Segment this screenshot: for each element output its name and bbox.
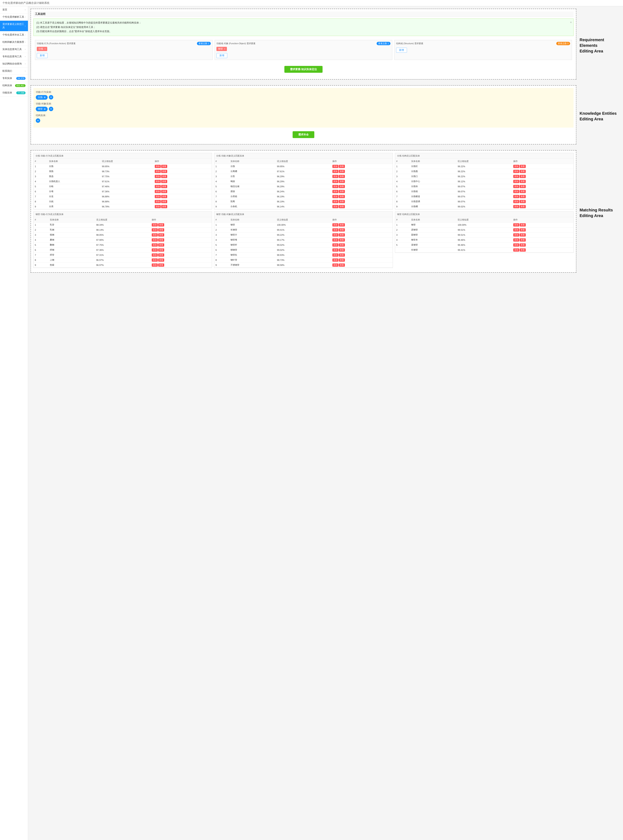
add-btn[interactable]: 添加 xyxy=(332,258,338,262)
add-btn[interactable]: 添加 xyxy=(332,228,338,231)
sidebar-item-contact[interactable]: 联系我们 › xyxy=(0,67,28,75)
view-btn[interactable]: 查看 xyxy=(520,243,526,247)
view-btn[interactable]: 查看 xyxy=(520,228,526,231)
add-btn[interactable]: 添加 xyxy=(513,200,519,203)
view-btn[interactable]: 查看 xyxy=(339,253,345,257)
add-btn[interactable]: 添加 xyxy=(513,180,519,183)
ke-remove-icon[interactable]: ⊗ xyxy=(44,108,46,110)
view-btn[interactable]: 查看 xyxy=(339,258,345,262)
view-btn[interactable]: 查看 xyxy=(520,165,526,168)
add-btn[interactable]: 添加 xyxy=(513,165,519,168)
view-btn[interactable]: 查看 xyxy=(339,205,345,208)
view-btn[interactable]: 查看 xyxy=(158,258,164,262)
add-btn[interactable]: 添加 xyxy=(332,185,338,188)
add-btn[interactable]: 添加 xyxy=(332,253,338,257)
delete-icon[interactable]: × xyxy=(224,48,225,50)
view-btn[interactable]: 查看 xyxy=(520,200,526,203)
sidebar-item-function-entity[interactable]: 功能实体 77,098 xyxy=(0,89,28,97)
add-btn[interactable]: 添加 xyxy=(152,243,158,247)
add-btn[interactable]: 添加 xyxy=(513,233,519,236)
view-btn[interactable]: 查看 xyxy=(520,175,526,178)
add-btn[interactable]: 添加 xyxy=(152,253,158,257)
sidebar-item-req-semantic[interactable]: 需求要素语义联想工具 › xyxy=(0,21,28,31)
supplement-btn[interactable]: 需求补全 xyxy=(293,131,314,138)
view-btn[interactable]: 查看 xyxy=(339,180,345,183)
view-btn[interactable]: 查看 xyxy=(520,223,526,227)
view-btn[interactable]: 查看 xyxy=(339,195,345,198)
add-btn[interactable]: 添加 xyxy=(513,243,519,247)
view-btn[interactable]: 查看 xyxy=(520,170,526,173)
add-btn[interactable]: 添加 xyxy=(513,223,519,227)
view-btn[interactable]: 查看 xyxy=(158,264,164,267)
view-btn[interactable]: 查看 xyxy=(520,205,526,208)
add-btn[interactable]: 添加 xyxy=(513,190,519,193)
ke-add-structure-btn[interactable]: + xyxy=(36,118,40,123)
add-btn[interactable]: 添加 xyxy=(155,195,161,198)
add-btn[interactable]: 添加 xyxy=(152,233,158,236)
add-btn[interactable]: 添加 xyxy=(155,205,161,208)
view-btn[interactable]: 查看 xyxy=(339,223,345,227)
ke-add-function-object-btn[interactable]: + xyxy=(49,107,53,111)
view-btn[interactable]: 查看 xyxy=(161,180,167,183)
add-btn[interactable]: 添加 xyxy=(155,190,161,193)
view-btn[interactable]: 查看 xyxy=(339,243,345,247)
add-btn[interactable]: 添加 xyxy=(332,190,338,193)
add-btn[interactable]: 添加 xyxy=(513,228,519,231)
view-btn[interactable]: 查看 xyxy=(161,190,167,193)
view-btn[interactable]: 查看 xyxy=(161,165,167,168)
view-btn[interactable]: 查看 xyxy=(339,264,345,267)
add-btn[interactable]: 添加 xyxy=(513,238,519,242)
add-btn[interactable]: 添加 xyxy=(332,205,338,208)
add-btn[interactable]: 添加 xyxy=(155,180,161,183)
view-btn[interactable]: 查看 xyxy=(339,228,345,231)
view-btn[interactable]: 查看 xyxy=(161,185,167,188)
view-btn[interactable]: 查看 xyxy=(520,180,526,183)
add-btn[interactable]: 添加 xyxy=(513,195,519,198)
view-btn[interactable]: 查看 xyxy=(158,228,164,231)
view-btn[interactable]: 查看 xyxy=(158,238,164,242)
add-btn[interactable]: 添加 xyxy=(332,175,338,178)
view-btn[interactable]: 查看 xyxy=(520,190,526,193)
sidebar-item-entity-query[interactable]: 实体信息查询工具 › xyxy=(0,46,28,53)
add-btn[interactable]: 添加 xyxy=(152,228,158,231)
sidebar-item-req-supplement[interactable]: 个性化需求补全工具 › xyxy=(0,31,28,38)
view-btn[interactable]: 查看 xyxy=(339,248,345,251)
view-btn[interactable]: 查看 xyxy=(520,233,526,236)
view-btn[interactable]: 查看 xyxy=(161,195,167,198)
view-btn[interactable]: 查看 xyxy=(339,233,345,236)
add-btn[interactable]: 添加 xyxy=(332,165,338,168)
add-btn[interactable]: 添加 xyxy=(332,223,338,227)
view-btn[interactable]: 查看 xyxy=(339,190,345,193)
view-btn[interactable]: 查看 xyxy=(161,200,167,203)
sidebar-item-home[interactable]: 首页 › xyxy=(0,6,28,14)
view-btn[interactable]: 查看 xyxy=(339,170,345,173)
view-btn[interactable]: 查看 xyxy=(158,248,164,251)
view-btn[interactable]: 查看 xyxy=(520,195,526,198)
add-btn[interactable]: 添加 xyxy=(332,264,338,267)
add-function-action-btn[interactable]: 新增 xyxy=(37,53,48,58)
add-btn[interactable]: 添加 xyxy=(155,170,161,173)
view-btn[interactable]: 查看 xyxy=(339,238,345,242)
add-btn[interactable]: 添加 xyxy=(513,170,519,173)
view-btn[interactable]: 查看 xyxy=(520,238,526,242)
sidebar-item-structure[interactable]: 结构和解决方案推荐 › xyxy=(0,38,28,46)
view-btn[interactable]: 查看 xyxy=(158,253,164,257)
sidebar-item-structure-entity[interactable]: 结构实体 856,461 xyxy=(0,82,28,89)
add-btn[interactable]: 添加 xyxy=(152,258,158,262)
view-btn[interactable]: 查看 xyxy=(339,175,345,178)
add-btn[interactable]: 添加 xyxy=(152,238,158,242)
add-btn[interactable]: 添加 xyxy=(155,185,161,188)
add-btn[interactable]: 添加 xyxy=(152,264,158,267)
view-btn[interactable]: 查看 xyxy=(158,243,164,247)
view-btn[interactable]: 查看 xyxy=(161,175,167,178)
add-btn[interactable]: 添加 xyxy=(332,233,338,236)
view-btn[interactable]: 查看 xyxy=(339,185,345,188)
sidebar-item-patent-query[interactable]: 专利信息查询工具 › xyxy=(0,53,28,60)
ke-add-function-action-btn[interactable]: + xyxy=(49,95,53,100)
close-icon[interactable]: × xyxy=(570,20,572,25)
add-btn[interactable]: 添加 xyxy=(332,180,338,183)
add-btn[interactable]: 添加 xyxy=(513,248,519,251)
add-btn[interactable]: 添加 xyxy=(155,165,161,168)
add-btn[interactable]: 添加 xyxy=(152,223,158,227)
delete-icon[interactable]: × xyxy=(44,48,46,50)
